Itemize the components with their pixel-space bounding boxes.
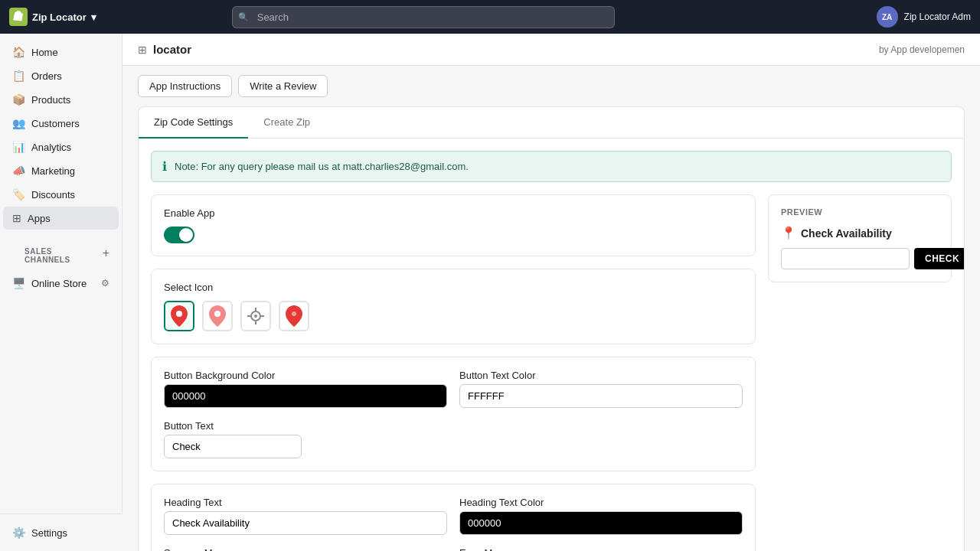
sidebar-item-label: Analytics <box>31 142 71 153</box>
button-bg-color-label: Button Background Color <box>164 370 447 381</box>
sidebar-item-online-store[interactable]: 🖥️ Online Store ⚙ <box>3 272 119 295</box>
icon-option-4[interactable] <box>279 301 309 331</box>
sales-channels-header: SALES CHANNELS + <box>3 236 119 271</box>
sidebar-item-home[interactable]: 🏠 Home <box>3 41 119 64</box>
svg-point-3 <box>254 315 257 318</box>
top-navigation: Zip Locator ▾ ZA Zip Locator Adm <box>0 0 980 34</box>
sidebar: 🏠 Home 📋 Orders 📦 Products 👥 Customers 📊… <box>0 34 122 551</box>
heading-text-color-group: Heading Text Color <box>459 497 743 535</box>
shopify-logo <box>9 8 28 26</box>
svg-point-1 <box>214 311 220 317</box>
user-menu[interactable]: ZA Zip Locator Adm <box>877 6 971 28</box>
icon-options <box>164 301 743 331</box>
preview-heading-text: Check Availability <box>801 227 892 240</box>
error-message-group: Error Message <box>459 547 743 551</box>
button-text-group: Button Text <box>164 420 302 458</box>
svg-point-8 <box>292 311 296 316</box>
sidebar-item-label: Customers <box>31 118 80 129</box>
notice-text: Note: For any query please mail us at ma… <box>175 161 469 172</box>
heading-row: Heading Text Heading Text Color <box>164 497 743 535</box>
sidebar-item-marketing[interactable]: 📣 Marketing <box>3 159 119 182</box>
preview-pin-icon: 📍 <box>781 226 796 240</box>
preview-check-button[interactable]: CHECK <box>914 248 965 269</box>
sidebar-item-label: Marketing <box>31 165 75 177</box>
button-text-color-input[interactable] <box>459 384 743 408</box>
page-header-right: by App developemen <box>879 44 965 55</box>
button-text-color-label: Button Text Color <box>459 370 743 381</box>
sidebar-item-discounts[interactable]: 🏷️ Discounts <box>3 183 119 206</box>
preview-input-row: CHECK <box>781 248 939 269</box>
error-message-label: Error Message <box>459 547 743 551</box>
preview-heading: 📍 Check Availability <box>781 226 939 240</box>
online-store-icon: 🖥️ <box>12 277 25 289</box>
action-buttons: App Instructions Write a Review <box>122 66 980 106</box>
heading-section: Heading Text Heading Text Color <box>151 484 756 551</box>
enable-app-label: Enable App <box>164 207 743 219</box>
enable-app-toggle[interactable] <box>164 227 194 243</box>
icon-option-2[interactable] <box>202 301 233 331</box>
customers-icon: 👥 <box>12 117 25 129</box>
sidebar-item-products[interactable]: 📦 Products <box>3 88 119 111</box>
locator-icon: ⊞ <box>138 44 147 56</box>
page-header-left: ⊞ locator <box>138 43 191 56</box>
apps-icon: ⊞ <box>12 212 21 224</box>
orders-icon: 📋 <box>12 70 25 82</box>
sidebar-item-label: Discounts <box>31 189 75 201</box>
preview-panel: PREVIEW 📍 Check Availability CHECK <box>768 194 952 282</box>
sidebar-item-customers[interactable]: 👥 Customers <box>3 112 119 135</box>
info-icon: ℹ <box>162 159 167 174</box>
add-sales-channel-button[interactable]: + <box>103 246 109 260</box>
content-area: Zip Code Settings Create Zip ℹ Note: For… <box>122 106 980 551</box>
preview-card: PREVIEW 📍 Check Availability CHECK <box>768 194 952 282</box>
button-bg-color-group: Button Background Color <box>164 370 447 408</box>
username: Zip Locator Adm <box>904 11 971 22</box>
settings-panel: Enable App Select Icon <box>151 194 756 551</box>
settings-icon: ⚙️ <box>12 527 25 539</box>
tab-create-zip[interactable]: Create Zip <box>248 107 325 139</box>
button-text-row: Button Text <box>164 420 743 458</box>
brand[interactable]: Zip Locator ▾ <box>9 8 96 26</box>
sidebar-item-label: Home <box>31 47 58 58</box>
sales-channels-label: SALES CHANNELS <box>12 241 103 266</box>
notice-bar: ℹ Note: For any query please mail us at … <box>151 151 952 182</box>
write-review-button[interactable]: Write a Review <box>238 75 328 97</box>
sidebar-item-apps[interactable]: ⊞ Apps <box>3 207 119 230</box>
search-bar[interactable] <box>232 6 615 28</box>
home-icon: 🏠 <box>12 46 25 58</box>
search-input[interactable] <box>232 6 615 28</box>
icon-option-3[interactable] <box>240 301 271 331</box>
button-text-color-group: Button Text Color <box>459 370 743 408</box>
main-content: ⊞ locator by App developemen App Instruc… <box>122 34 980 551</box>
avatar: ZA <box>877 6 898 28</box>
tab-zip-code-settings[interactable]: Zip Code Settings <box>139 107 248 139</box>
by-text: by App developemen <box>879 44 965 55</box>
sidebar-item-label: Products <box>31 94 70 106</box>
heading-text-color-input[interactable] <box>459 511 743 535</box>
online-store-settings-button[interactable]: ⚙ <box>101 278 109 289</box>
preview-label: PREVIEW <box>781 207 939 217</box>
sidebar-item-analytics[interactable]: 📊 Analytics <box>3 135 119 158</box>
success-message-group: Success Message <box>164 547 447 551</box>
products-icon: 📦 <box>12 93 25 106</box>
sidebar-item-orders[interactable]: 📋 Orders <box>3 64 119 87</box>
page-title: locator <box>153 43 191 56</box>
discounts-icon: 🏷️ <box>12 188 25 201</box>
select-icon-label: Select Icon <box>164 282 743 293</box>
sidebar-item-settings[interactable]: ⚙️ Settings <box>3 521 119 544</box>
button-color-row: Button Background Color Button Text Colo… <box>164 370 743 408</box>
heading-text-input[interactable] <box>164 511 447 535</box>
button-text-input[interactable] <box>164 435 302 458</box>
sidebar-item-label: Apps <box>28 213 51 224</box>
button-bg-color-input[interactable] <box>164 384 447 408</box>
button-colors-section: Button Background Color Button Text Colo… <box>151 357 756 471</box>
icon-option-1[interactable] <box>164 301 194 331</box>
app-instructions-button[interactable]: App Instructions <box>138 75 232 97</box>
preview-zip-input[interactable] <box>781 248 910 269</box>
analytics-icon: 📊 <box>12 141 25 153</box>
select-icon-section: Select Icon <box>151 269 756 344</box>
sidebar-item-label: Orders <box>31 70 62 82</box>
svg-point-0 <box>176 311 182 317</box>
heading-text-label: Heading Text <box>164 497 447 508</box>
messages-row: Success Message Error Message <box>164 547 743 551</box>
two-col-layout: Enable App Select Icon <box>151 194 952 551</box>
